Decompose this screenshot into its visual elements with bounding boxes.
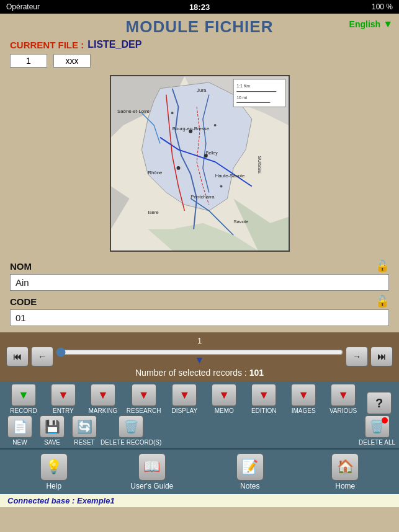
last-record-button[interactable]: ⏭ (370, 347, 393, 366)
svg-point-12 (171, 112, 173, 114)
code-field-row: CODE 🔓 (10, 295, 389, 326)
svg-point-10 (176, 166, 180, 170)
map-container: Bourg-en-Bresse Belley Haute-Savoie Isèr… (110, 75, 290, 252)
memo-icon: ▼ (218, 389, 230, 401)
records-count-number: 101 (249, 368, 264, 378)
nom-field-row: NOM 🔓 (10, 259, 389, 291)
save-label: save (44, 439, 60, 446)
display-label: DISPLAY (172, 407, 198, 414)
nom-label: NOM (10, 261, 32, 272)
svg-text:Saône-et-Loire: Saône-et-Loire (117, 109, 150, 114)
delete-button[interactable]: 🗑️ delete record(s) (101, 415, 161, 446)
guide-nav-label: User's Guide (130, 482, 173, 490)
connected-base-name: Exemple1 (77, 496, 115, 505)
svg-text:Jura: Jura (197, 87, 207, 93)
entry-button[interactable]: ▼ ENTRY (47, 384, 79, 414)
svg-text:SUISSE: SUISSE (256, 156, 262, 174)
notes-nav-button[interactable]: 📝 Notes (231, 453, 269, 490)
help-nav-label: Help (46, 482, 61, 490)
nom-lock-icon: 🔓 (375, 259, 389, 273)
records-count-text: Number of selected records : 101 (135, 368, 264, 378)
notes-nav-label: Notes (240, 482, 259, 490)
research-label: RESEARCH (127, 407, 161, 414)
reset-label: reset (74, 439, 94, 446)
nom-input[interactable] (10, 274, 389, 291)
home-nav-button[interactable]: 🏠 Home (326, 453, 364, 490)
record-label: RECORD (10, 407, 37, 414)
language-label: English (349, 19, 381, 29)
marking-button[interactable]: ▼ MARKING (87, 384, 119, 414)
svg-text:Rhône: Rhône (148, 170, 163, 175)
svg-point-13 (220, 185, 222, 188)
current-file-bar: CURRENT FILE : LISTE_DEP (0, 38, 399, 53)
fields-section: NOM 🔓 CODE 🔓 (0, 257, 399, 332)
reset-button[interactable]: 🔄 reset (68, 415, 101, 446)
display-icon: ▼ (179, 389, 190, 401)
language-button[interactable]: English ▼ (349, 19, 393, 30)
notes-nav-icon: 📝 (236, 453, 264, 481)
marking-icon: ▼ (97, 389, 109, 401)
first-record-button[interactable]: ⏮ (6, 347, 29, 366)
home-nav-label: Home (335, 482, 355, 490)
save-button[interactable]: 💾 save (36, 415, 68, 446)
svg-text:Haute-Savoie: Haute-Savoie (215, 173, 244, 179)
slider-controls: ⏮ ← ▼ → ⏭ (6, 347, 393, 366)
svg-text:Pontcharra: Pontcharra (191, 194, 215, 200)
guide-nav-button[interactable]: 📖 User's Guide (130, 453, 173, 490)
help-nav-button[interactable]: 💡 Help (35, 453, 73, 490)
header: MODULE FICHIER English ▼ (0, 14, 399, 38)
edition-label: EDITION (251, 407, 277, 414)
save-icon: 💾 (40, 415, 65, 438)
svg-text:10 mi: 10 mi (236, 95, 247, 100)
memo-button[interactable]: ▼ MEMO (208, 384, 240, 414)
record-icon: ▼ (18, 389, 29, 401)
deleteall-icon: 🗑️ (365, 415, 390, 438)
edition-icon: ▼ (258, 389, 269, 401)
reset-icon: 🔄 (72, 415, 97, 438)
entry-icon: ▼ (58, 389, 69, 401)
edition-button[interactable]: ▼ EDITION (248, 384, 280, 414)
display-button[interactable]: ▼ DISPLAY (168, 384, 200, 414)
svg-text:Isère: Isère (148, 210, 159, 215)
various-label: VARIOUS (330, 407, 357, 414)
connected-base-label: Connected base : (7, 496, 74, 505)
slider-indicator: ▼ (195, 355, 205, 366)
images-button[interactable]: ▼ IMAGES (287, 384, 320, 414)
record-code-field: xxx (53, 54, 91, 68)
memo-label: MEMO (215, 407, 234, 414)
images-icon: ▼ (298, 389, 309, 401)
entry-label: ENTRY (53, 407, 74, 414)
deleteall-red-dot (382, 417, 388, 423)
battery-label: 100 % (372, 2, 393, 11)
new-label: new (12, 439, 27, 446)
next-record-button[interactable]: → (346, 347, 368, 366)
record-bar: 1 xxx (0, 53, 399, 70)
operator-label: Opérateur (6, 2, 40, 11)
map-svg: Bourg-en-Bresse Belley Haute-Savoie Isèr… (111, 76, 289, 250)
bottom-nav: 💡 Help 📖 User's Guide 📝 Notes 🏠 Home (0, 448, 399, 494)
current-file-name: LISTE_DEP (87, 39, 141, 50)
marking-label: MARKING (89, 407, 118, 414)
delete-icon: 🗑️ (119, 415, 143, 438)
delete-label: delete record(s) (101, 439, 161, 446)
new-button[interactable]: 📄 new (4, 415, 36, 446)
svg-text:Savoie: Savoie (233, 219, 249, 224)
code-input[interactable] (10, 309, 389, 326)
slider-position-label: 1 (197, 336, 202, 345)
help-question-button[interactable]: ? (367, 392, 392, 414)
svg-point-11 (213, 124, 216, 126)
prev-record-button[interactable]: ← (31, 347, 53, 366)
record-number-field: 1 (10, 54, 47, 68)
research-button[interactable]: ▼ RESEARCH (127, 384, 161, 414)
time-label: 18:23 (189, 2, 210, 12)
toolbar-section: ▼ RECORD ▼ ENTRY ▼ MARKING ▼ RESEARCH ▼ (0, 381, 399, 448)
code-label: CODE (10, 296, 37, 307)
various-button[interactable]: ▼ VARIOUS (327, 384, 359, 414)
connected-base-bar: Connected base : Exemple1 (0, 494, 399, 507)
deleteall-label: delete all (359, 439, 395, 446)
record-button[interactable]: ▼ RECORD (7, 384, 40, 414)
toolbar-row-1: ▼ RECORD ▼ ENTRY ▼ MARKING ▼ RESEARCH ▼ (4, 384, 395, 414)
help-nav-icon: 💡 (40, 453, 68, 481)
deleteall-button[interactable]: 🗑️ delete all (359, 415, 395, 446)
status-bar: Opérateur 18:23 100 % (0, 0, 399, 14)
